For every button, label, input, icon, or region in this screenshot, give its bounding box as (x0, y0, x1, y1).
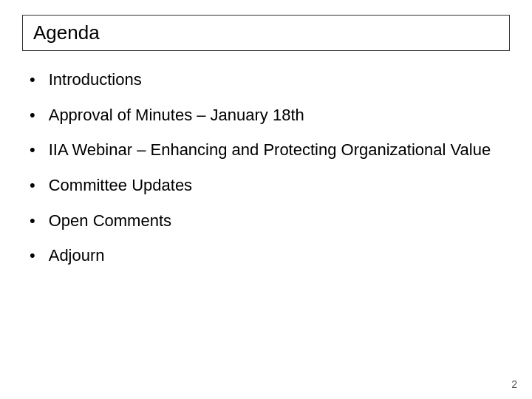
bullet-icon: • (30, 69, 35, 91)
slide-title: Agenda (33, 21, 100, 44)
bullet-icon: • (30, 139, 35, 161)
item-text: Introductions (49, 69, 502, 91)
list-item: • Open Comments (30, 210, 502, 232)
bullet-icon: • (30, 210, 35, 232)
list-item: • Adjourn (30, 245, 502, 267)
slide-number: 2 (511, 378, 517, 390)
item-text: Adjourn (49, 245, 502, 267)
item-text: Committee Updates (49, 174, 502, 197)
bullet-icon: • (30, 174, 35, 197)
list-item: • Approval of Minutes – January 18th (30, 104, 502, 126)
title-box: Agenda (22, 15, 510, 51)
list-item: • Introductions (30, 69, 502, 91)
agenda-list: • Introductions • Approval of Minutes – … (22, 69, 510, 267)
slide: Agenda • Introductions • Approval of Min… (0, 0, 532, 399)
list-item: • IIA Webinar – Enhancing and Protecting… (30, 139, 502, 161)
list-item: • Committee Updates (30, 174, 502, 197)
bullet-icon: • (30, 245, 35, 267)
item-text: Approval of Minutes – January 18th (49, 104, 502, 126)
bullet-icon: • (30, 104, 35, 126)
item-text: IIA Webinar – Enhancing and Protecting O… (49, 139, 502, 161)
item-text: Open Comments (49, 210, 502, 232)
